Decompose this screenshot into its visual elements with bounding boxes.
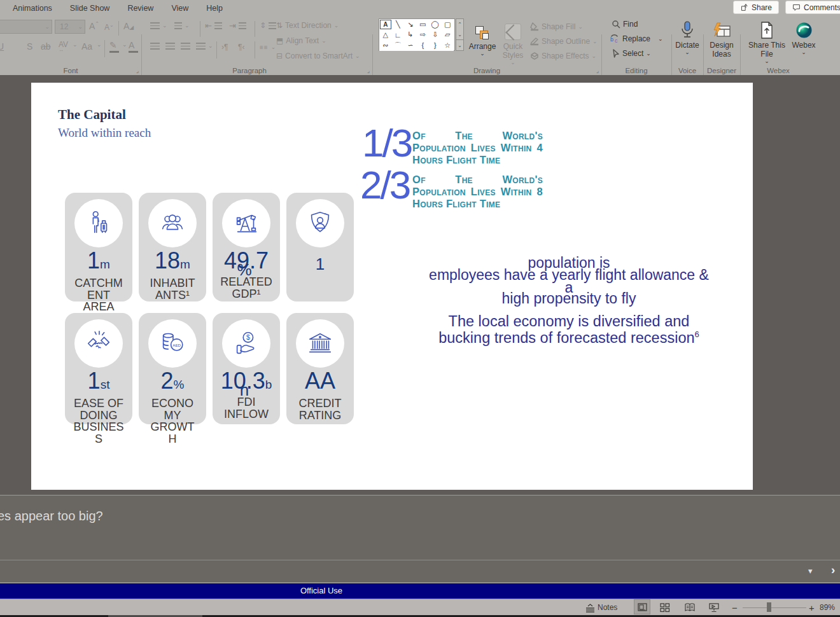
font-dialog-launcher[interactable]: ⌟ [136,67,139,74]
underline-button[interactable]: U [0,41,4,52]
shape-effects-button[interactable]: Shape Effects⌄ [530,52,596,60]
fdi-inflow-card[interactable]: $ 10.3b n FDI INFLOW [213,313,280,424]
more-shapes-icon[interactable]: ⌄ [456,39,463,50]
economy-growth-card[interactable]: AED 2% ECONO MY GROWT H [139,313,206,424]
text-line-a[interactable]: a [388,281,750,295]
economy-text[interactable]: The local economy is diversified and buc… [388,315,750,344]
fraction-one-third-text[interactable]: Of The World's Population Lives Within 4… [412,130,543,166]
drawing-dialog-launcher[interactable]: ⌟ [596,67,599,74]
safety-rank-card[interactable]: 1 [286,193,354,302]
bullets-button[interactable]: ⌄ [150,22,167,29]
line-arrow-shape[interactable]: ↘ [404,19,417,30]
forward-arrow-icon[interactable]: › [831,563,835,577]
scribble-shape[interactable]: ∾ [379,40,392,51]
find-button[interactable]: Find [612,20,638,29]
change-case-button[interactable]: Aa [81,41,92,52]
tab-review[interactable]: Review [127,4,153,13]
left-brace-shape[interactable]: { [417,40,430,51]
zoom-slider-thumb[interactable] [767,602,771,612]
text-shadow-button[interactable]: S [27,41,32,52]
scroll-up-icon[interactable]: ⌃ [456,19,463,29]
increase-indent-button[interactable]: ⇥ [229,21,246,31]
normal-view-button[interactable] [634,599,650,614]
notes-toggle-button[interactable]: Notes [585,599,617,616]
slide-subtitle[interactable]: World within reach [58,126,151,140]
zoom-in-button[interactable]: + [809,599,815,616]
inhabitants-card[interactable]: 18m INHABIT ANTS¹ [139,193,206,302]
rectangle-shape[interactable]: ▭ [417,19,430,30]
tab-view[interactable]: View [171,4,188,13]
dictate-button[interactable]: Dictate ⌄ [674,20,701,55]
fraction-two-thirds-text[interactable]: Of The World's Population Lives Within 8… [412,174,543,210]
elbow-arrow-connector-shape[interactable]: ↳ [404,30,417,41]
webex-button[interactable]: Webex ⌄ [787,20,820,55]
shrink-font-button[interactable]: A⌄ [104,22,114,32]
shape-outline-button[interactable]: Shape Outline⌄ [530,37,598,46]
arrange-button[interactable]: Arrange ⌄ [466,21,498,57]
down-arrow-shape[interactable]: ⇩ [429,30,442,41]
dropdown-triangle-icon[interactable]: ▾ [808,566,813,576]
line-shape[interactable]: ╲ [392,19,405,30]
slide-canvas[interactable]: The Capital World within reach 1/3 Of Th… [31,83,753,490]
ease-of-business-card[interactable]: 1st EASE OF DOING BUSINES S [65,313,132,424]
decrease-indent-button[interactable]: ⇤ [205,21,222,31]
zoom-slider-track[interactable] [743,607,806,609]
font-name-combobox[interactable]: ⌄ [0,20,52,34]
shape-fill-button[interactable]: Shape Fill⌄ [530,22,583,31]
character-spacing-button[interactable]: AV↔ [59,40,68,53]
convert-to-smartart-button[interactable]: ⊟Convert to SmartArt⌄ [276,52,360,60]
clear-formatting-button[interactable]: A◢ [123,21,134,31]
scroll-down-icon[interactable]: ⌄ [456,29,463,39]
design-ideas-button[interactable]: Design Ideas [706,20,738,59]
font-size-combobox[interactable]: 12 ⌄ [55,20,85,34]
strikethrough-button[interactable]: ab [41,41,51,52]
align-right-button[interactable] [181,43,190,50]
grow-font-button[interactable]: A⌃ [89,21,99,31]
tab-help[interactable]: Help [206,4,223,13]
star-shape[interactable]: ☆ [442,40,454,51]
share-this-file-button[interactable]: Share This File ⌄ [748,20,786,64]
notes-text[interactable]: es appear too big? [0,509,103,523]
right-brace-shape[interactable]: } [429,40,442,51]
align-center-button[interactable] [165,43,175,50]
fraction-two-thirds[interactable]: 2/3 [360,169,409,202]
reading-view-button[interactable] [685,599,695,616]
catchment-area-card[interactable]: 1m CATCHM ENT AREA [65,193,132,302]
propensity-text-line[interactable]: high propensity to fly [388,291,750,306]
elbow-connector-shape[interactable]: ∟ [392,30,405,41]
zoom-out-button[interactable]: − [732,599,738,616]
replace-button[interactable]: bc Replace ⌄ [610,34,663,43]
oval-shape[interactable]: ◯ [429,19,442,30]
shape-gallery-scrollbar[interactable]: ⌃ ⌄ ⌄ [456,18,464,51]
slide-sorter-view-button[interactable] [660,599,670,616]
select-button[interactable]: Select ⌄ [612,49,651,58]
flowchart-shape-shape[interactable]: ▱ [442,30,454,41]
align-left-button[interactable] [150,43,160,50]
tab-animations[interactable]: Animations [13,4,52,13]
slide-show-view-button[interactable] [709,599,719,616]
rounded-rectangle-shape[interactable]: ▢ [442,19,454,30]
triangle-shape[interactable]: △ [379,30,392,41]
credit-rating-card[interactable]: AA CREDIT RATING [286,313,354,424]
arc-shape[interactable]: ⌒ [392,40,405,51]
curve-shape[interactable]: ∽ [404,40,417,51]
population-text-line[interactable]: population is [388,256,750,270]
fraction-one-third[interactable]: 1/3 [362,127,411,160]
quick-styles-button[interactable]: Quick Styles ⌄ [498,21,528,66]
columns-button[interactable]: ≡≡⌄ [260,44,276,51]
right-arrow-shape[interactable]: ⇨ [417,30,430,41]
comments-button[interactable]: Comments [785,1,840,14]
zoom-percentage[interactable]: 89% [820,599,835,616]
paragraph-dialog-launcher[interactable]: ⌟ [367,67,370,74]
text-direction-button[interactable]: ⇅Text Direction⌄ [276,21,339,30]
left-to-right-button[interactable]: ›¶ [221,43,228,52]
right-to-left-button[interactable]: ¶‹ [238,43,244,52]
related-gdp-card[interactable]: 49.7 % RELATED GDP¹ [213,193,280,302]
tab-slide-show[interactable]: Slide Show [70,4,110,13]
notes-pane[interactable]: es appear too big? [0,495,840,560]
justify-button[interactable]: ⌄ [196,43,213,50]
numbering-button[interactable]: ⌄ [174,22,190,29]
text-box-shape[interactable]: A [379,19,392,30]
font-color-button[interactable]: A [129,40,138,53]
align-text-button[interactable]: ⬒Align Text⌄ [276,36,326,45]
